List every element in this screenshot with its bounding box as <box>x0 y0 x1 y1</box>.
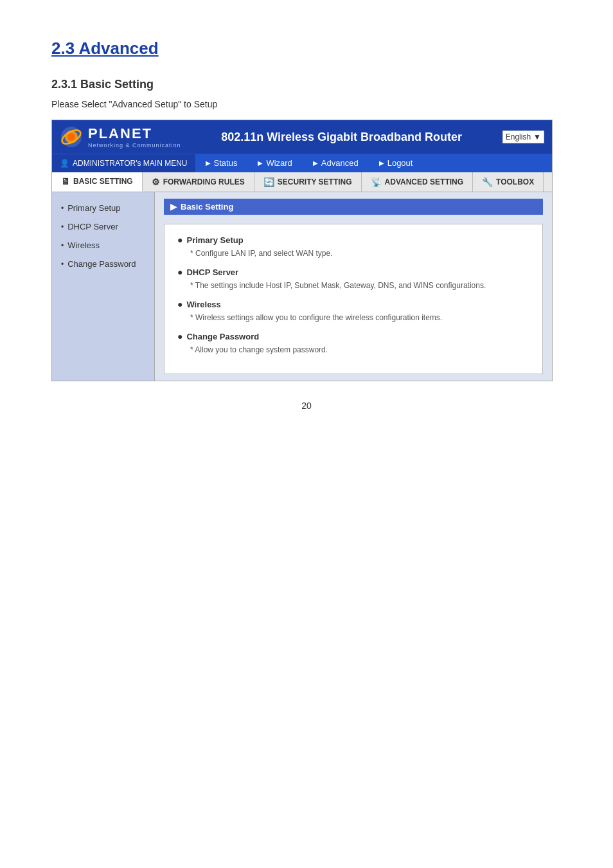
basic-setting-icon: 🖥 <box>61 176 70 186</box>
desc-wireless: * Wireless settings allow you to configu… <box>177 312 529 323</box>
router-model-title: 802.11n Wireless Gigabit Broadband Route… <box>181 131 502 144</box>
sidebar-item-change-password[interactable]: • Change Password <box>52 255 154 273</box>
section-dhcp-server: ● DHCP Server * The settings include Hos… <box>177 267 529 291</box>
nav-status-arrow: ▶ <box>206 159 211 167</box>
nav-wizard-label: Wizard <box>266 158 292 168</box>
desc-dhcp-server: * The settings include Host IP, Subnet M… <box>177 280 529 291</box>
nav-status[interactable]: ▶ Status <box>195 154 248 172</box>
desc-change-password: * Allow you to change system password. <box>177 344 529 356</box>
tab-basic-setting[interactable]: 🖥 BASIC SETTING <box>52 172 143 192</box>
page-title: 2.3 Advanced <box>51 39 562 59</box>
heading-dhcp-server-text: DHCP Server <box>186 267 238 277</box>
nav-logout-arrow: ▶ <box>379 159 384 167</box>
tab-forwarding-rules-label: FORWARDING RULES <box>163 177 245 186</box>
nav-wizard-arrow: ▶ <box>258 159 263 167</box>
desc-dhcp-server-text: * <box>190 281 195 290</box>
section-title: 2.3.1 Basic Setting <box>51 78 562 91</box>
heading-primary-setup-text: Primary Setup <box>186 235 243 245</box>
brand-name: PLANET <box>88 125 181 142</box>
tab-basic-setting-label: BASIC SETTING <box>73 177 133 186</box>
panel-header: ▶ Basic Setting <box>164 199 543 215</box>
nav-logout[interactable]: ▶ Logout <box>369 154 423 172</box>
toolbox-icon: 🔧 <box>482 177 493 187</box>
language-selector[interactable]: English ▼ <box>502 131 544 143</box>
nav-admin[interactable]: 👤 ADMINISTRATOR's MAIN MENU <box>52 154 195 172</box>
security-setting-icon: 🔄 <box>263 177 274 187</box>
forwarding-rules-icon: ⚙ <box>152 177 160 187</box>
nav-status-label: Status <box>214 158 238 168</box>
advanced-setting-icon: 📡 <box>371 177 382 187</box>
bullet-icon-wireless: ● <box>177 299 182 309</box>
tab-security-setting-label: SECURITY SETTING <box>278 177 352 186</box>
section-change-password: ● Change Password * Allow you to change … <box>177 331 529 356</box>
bullet-change-password: • <box>61 260 64 269</box>
tab-security-setting[interactable]: 🔄 SECURITY SETTING <box>254 172 362 192</box>
page-number: 20 <box>301 401 312 411</box>
section-description: Please Select "Advanced Setup" to Setup <box>51 99 562 109</box>
panel-content: ● Primary Setup * Configure LAN IP, and … <box>164 224 543 374</box>
svg-point-3 <box>67 133 75 141</box>
heading-change-password: ● Change Password <box>177 331 529 341</box>
heading-primary-setup: ● Primary Setup <box>177 235 529 245</box>
sidebar-change-password-label: Change Password <box>67 259 136 269</box>
heading-dhcp-server: ● DHCP Server <box>177 267 529 277</box>
planet-logo-icon <box>60 125 83 149</box>
bullet-dhcp-server: • <box>61 222 64 231</box>
panel-header-title: Basic Setting <box>181 202 233 212</box>
nav-logout-label: Logout <box>387 158 413 168</box>
page-footer: 20 <box>51 381 562 430</box>
sidebar-primary-setup-label: Primary Setup <box>67 203 120 213</box>
tab-toolbox-label: TOOLBOX <box>496 177 534 186</box>
heading-change-password-text: Change Password <box>186 332 259 341</box>
desc-primary-setup-text: * <box>190 249 195 258</box>
tab-advanced-setting-label: ADVANCED SETTING <box>385 177 463 186</box>
nav-admin-label: ADMINISTRATOR's MAIN MENU <box>73 159 188 168</box>
bullet-primary-setup: • <box>61 204 64 213</box>
panel-header-arrow: ▶ <box>170 202 177 212</box>
language-value: English <box>506 132 531 141</box>
nav-advanced-label: Advanced <box>321 158 359 168</box>
section-primary-setup: ● Primary Setup * Configure LAN IP, and … <box>177 235 529 259</box>
desc-wireless-text: * <box>190 313 195 322</box>
router-sidebar: • Primary Setup • DHCP Server • Wireless… <box>52 192 155 381</box>
language-dropdown-arrow[interactable]: ▼ <box>533 132 541 141</box>
router-ui: PLANET Networking & Communication 802.11… <box>51 120 553 381</box>
sidebar-item-primary-setup[interactable]: • Primary Setup <box>52 199 154 217</box>
nav-advanced[interactable]: ▶ Advanced <box>303 154 369 172</box>
sidebar-dhcp-server-label: DHCP Server <box>67 222 118 231</box>
tab-advanced-setting[interactable]: 📡 ADVANCED SETTING <box>362 172 473 192</box>
admin-icon: 👤 <box>60 159 69 168</box>
sidebar-wireless-label: Wireless <box>67 240 100 250</box>
tab-toolbox[interactable]: 🔧 TOOLBOX <box>473 172 544 192</box>
desc-primary-setup: * Configure LAN IP, and select WAN type. <box>177 248 529 259</box>
sidebar-item-wireless[interactable]: • Wireless <box>52 236 154 255</box>
bullet-icon-primary: ● <box>177 235 182 245</box>
nav-advanced-arrow: ▶ <box>313 159 318 167</box>
router-logo: PLANET Networking & Communication <box>60 125 181 149</box>
logo-text: PLANET Networking & Communication <box>88 125 181 149</box>
router-nav: 👤 ADMINISTRATOR's MAIN MENU ▶ Status ▶ W… <box>52 154 552 172</box>
nav-wizard[interactable]: ▶ Wizard <box>247 154 302 172</box>
heading-wireless-text: Wireless <box>186 300 220 309</box>
bullet-icon-dhcp: ● <box>177 267 182 277</box>
router-content: • Primary Setup • DHCP Server • Wireless… <box>52 192 552 381</box>
sidebar-item-dhcp-server[interactable]: • DHCP Server <box>52 217 154 236</box>
tab-bar: 🖥 BASIC SETTING ⚙ FORWARDING RULES 🔄 SEC… <box>52 172 552 192</box>
bullet-icon-change-password: ● <box>177 331 182 341</box>
router-main-panel: ▶ Basic Setting ● Primary Setup * Config… <box>155 192 552 381</box>
heading-wireless: ● Wireless <box>177 299 529 309</box>
bullet-wireless: • <box>61 241 64 250</box>
tab-forwarding-rules[interactable]: ⚙ FORWARDING RULES <box>143 172 254 192</box>
brand-subtitle: Networking & Communication <box>88 142 181 149</box>
section-wireless: ● Wireless * Wireless settings allow you… <box>177 299 529 323</box>
router-header: PLANET Networking & Communication 802.11… <box>52 120 552 154</box>
